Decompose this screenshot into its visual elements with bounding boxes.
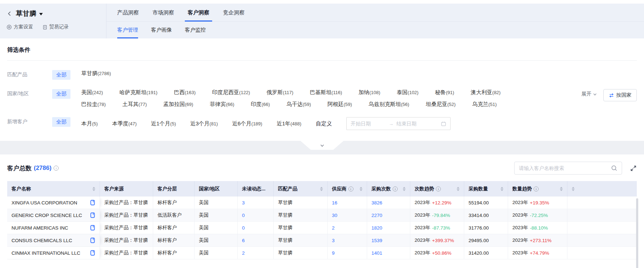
column-header[interactable]: 客户名称 — [7, 181, 100, 197]
info-icon[interactable] — [54, 166, 59, 171]
start-date-input[interactable] — [351, 121, 386, 126]
cell-unread[interactable]: 6 — [238, 234, 274, 246]
sort-icon[interactable] — [501, 187, 503, 191]
country-option[interactable]: 巴基斯坦(116) — [310, 89, 342, 96]
customer-name[interactable]: CINMAX INTERNATIONAL LLC — [12, 250, 80, 256]
new-customer-option[interactable]: 近3个月(81) — [190, 120, 218, 127]
custom-range-option[interactable]: 自定义 — [316, 120, 332, 127]
info-icon[interactable] — [393, 186, 398, 191]
sort-icon[interactable] — [403, 187, 406, 191]
country-option[interactable]: 孟加拉国(69) — [163, 101, 193, 108]
new-customer-option[interactable]: 近6个月(189) — [232, 120, 262, 127]
scheme-settings-button[interactable]: 方案设置 — [6, 24, 33, 30]
country-option[interactable]: 阿根廷(59) — [328, 101, 352, 108]
new-customer-option[interactable]: 本月(5) — [81, 120, 98, 127]
search-input[interactable] — [519, 165, 611, 171]
cell-name[interactable]: XINGFA USA CORPORATION — [7, 197, 100, 209]
country-option[interactable]: 哈萨克斯坦(191) — [119, 89, 157, 96]
info-icon[interactable] — [348, 186, 353, 191]
sort-icon[interactable] — [572, 187, 575, 191]
new-customer-option[interactable]: 近1个月(5) — [151, 120, 176, 127]
table-row[interactable]: GENERIC CROP SCIENCE LLC采购过产品：草甘膦低活跃客户美国… — [7, 209, 637, 222]
cell-name[interactable]: NUFARM AMERICAS INC — [7, 222, 100, 234]
country-option[interactable]: 坦桑尼亚(52) — [426, 101, 456, 108]
column-header[interactable]: 供应商 — [328, 181, 367, 197]
cell-purchases[interactable]: 1820 — [367, 222, 410, 234]
country-option[interactable]: 巴拉圭(78) — [81, 101, 106, 108]
cell-purchases[interactable]: 1401 — [367, 247, 410, 259]
company-icon[interactable] — [90, 200, 95, 205]
cell-name[interactable]: GENERIC CROP SCIENCE LLC — [7, 209, 100, 221]
by-country-button[interactable]: 按国家 — [603, 89, 637, 101]
table-row[interactable]: XINGFA USA CORPORATION采购过产品：草甘膦标杆客户美国3草甘… — [7, 197, 637, 209]
fullscreen-button[interactable] — [630, 165, 637, 172]
country-option[interactable]: 印度尼西亚(122) — [212, 89, 250, 96]
country-option[interactable]: 土耳其(77) — [122, 101, 147, 108]
new-customer-option[interactable]: 近1年(488) — [277, 120, 301, 127]
cell-unread[interactable]: 2 — [238, 247, 274, 259]
cell-suppliers[interactable]: 30 — [328, 209, 367, 221]
table-row[interactable]: CINMAX INTERNATIONAL LLC采购过产品：草甘膦标杆客户美国2… — [7, 247, 637, 259]
customer-name[interactable]: NUFARM AMERICAS INC — [12, 225, 68, 231]
company-icon[interactable] — [90, 250, 95, 256]
cell-purchases[interactable]: 3826 — [367, 197, 410, 209]
cell-suppliers[interactable]: 9 — [328, 247, 367, 259]
end-date-input[interactable] — [396, 121, 431, 126]
sort-icon[interactable] — [320, 187, 323, 191]
customer-name[interactable]: XINGFA USA CORPORATION — [12, 200, 77, 205]
country-option[interactable]: 美国(242) — [81, 89, 103, 96]
column-header[interactable]: 匹配产品 — [274, 181, 328, 197]
expand-toggle[interactable]: 展开 — [581, 89, 597, 97]
back-icon[interactable] — [6, 10, 13, 17]
collapse-filter-button[interactable] — [301, 141, 344, 150]
match-product-all-chip[interactable]: 全部 — [52, 70, 70, 80]
country-option[interactable]: 俄罗斯(117) — [266, 89, 293, 96]
country-option[interactable]: 乌克兰(51) — [472, 101, 497, 108]
new-customer-option[interactable]: 本季度(47) — [112, 120, 137, 127]
country-option[interactable]: 泰国(102) — [397, 89, 419, 96]
main-tab[interactable]: 竞企洞察 — [223, 4, 245, 22]
country-option[interactable]: 秘鲁(91) — [435, 89, 454, 96]
table-row[interactable]: CONSUS CHEMICALS LLC采购过产品：草甘膦标杆客户美国6草甘膦3… — [7, 234, 637, 247]
country-option[interactable]: 菲律宾(66) — [210, 101, 234, 108]
company-icon[interactable] — [90, 225, 95, 231]
new-customer-all-chip[interactable]: 全部 — [52, 117, 70, 127]
info-icon[interactable] — [534, 186, 539, 191]
country-option[interactable]: 澳大利亚(82) — [471, 89, 501, 96]
cell-unread[interactable]: 3 — [238, 197, 274, 209]
sub-tab[interactable]: 客户监控 — [185, 22, 206, 38]
table-row[interactable]: NUFARM AMERICAS INC采购过产品：草甘膦标杆客户美国0草甘膦21… — [7, 222, 637, 234]
sub-tab[interactable]: 客户管理 — [117, 22, 138, 38]
country-option[interactable]: 巴西(163) — [174, 89, 196, 96]
main-tab[interactable]: 产品洞察 — [117, 4, 139, 22]
column-header[interactable]: 采购数量 — [464, 181, 508, 197]
column-header[interactable]: 次数趋势 — [410, 181, 464, 197]
sort-icon[interactable] — [92, 187, 95, 191]
cell-unread[interactable]: 0 — [238, 209, 274, 221]
country-option[interactable]: 印度(66) — [251, 101, 270, 108]
country-option[interactable]: 加纳(108) — [358, 89, 380, 96]
customer-name[interactable]: CONSUS CHEMICALS LLC — [12, 238, 72, 243]
search-icon[interactable] — [611, 165, 617, 171]
cell-purchases[interactable]: 2270 — [367, 209, 410, 221]
main-tab[interactable]: 客户洞察 — [188, 4, 209, 22]
cell-name[interactable]: CINMAX INTERNATIONAL LLC — [7, 247, 100, 259]
cell-unread[interactable]: 0 — [238, 222, 274, 234]
match-product-option[interactable]: 草甘膦(2786) — [81, 70, 111, 77]
title-caret-down-icon[interactable] — [39, 13, 43, 15]
trade-records-button[interactable]: 贸易记录 — [42, 24, 69, 30]
vertical-scrollbar[interactable] — [636, 198, 638, 268]
main-tab[interactable]: 市场洞察 — [152, 4, 174, 22]
cell-suppliers[interactable]: 2 — [328, 222, 367, 234]
info-icon[interactable] — [436, 186, 441, 191]
cell-suppliers[interactable]: 3 — [328, 234, 367, 246]
country-all-chip[interactable]: 全部 — [52, 89, 70, 99]
column-header[interactable]: 采购次数 — [367, 181, 410, 197]
company-icon[interactable] — [90, 237, 95, 243]
column-header[interactable]: 数量趋势 — [508, 181, 567, 197]
cell-suppliers[interactable]: 16 — [328, 197, 367, 209]
cell-purchases[interactable]: 1539 — [367, 234, 410, 246]
cell-name[interactable]: CONSUS CHEMICALS LLC — [7, 234, 100, 246]
sort-icon[interactable] — [560, 187, 563, 191]
country-option[interactable]: 乌干达(59) — [287, 101, 311, 108]
